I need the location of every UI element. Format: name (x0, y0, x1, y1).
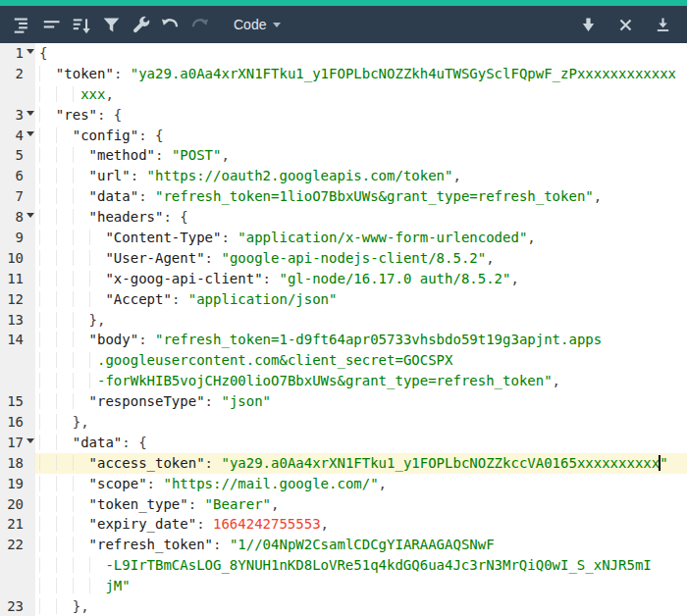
download-icon (655, 17, 671, 33)
code-line[interactable]: 20 "token_type": "Bearer", (0, 494, 687, 515)
token-punct: , (527, 230, 535, 245)
code-line[interactable]: 6 "url": "https://oauth2.googleapis.com/… (0, 166, 687, 186)
arrow-down-icon (580, 17, 597, 33)
code-line[interactable]: 23 }, (0, 596, 687, 616)
line-number: 16 (0, 412, 24, 433)
line-number-gutter: 11 (0, 269, 35, 289)
token-punct: }, (89, 312, 106, 328)
token-key: "data" (89, 188, 139, 204)
scroll-down-button[interactable] (573, 10, 603, 39)
token-punct: , (271, 496, 279, 512)
code-line[interactable]: 1{ (0, 43, 687, 64)
line-number: 13 (0, 310, 24, 331)
line-number: 7 (0, 186, 24, 207)
code-text: "expiry_date": 1664242755553, (35, 514, 687, 535)
sort-button[interactable] (67, 10, 96, 39)
code-line[interactable]: 10 "User-Agent": "google-api-nodejs-clie… (0, 248, 687, 269)
token-punct: : (205, 393, 222, 409)
line-number-gutter: 14 (0, 330, 35, 350)
token-key: "Content-Type" (105, 230, 221, 245)
token-punct: , (379, 476, 387, 491)
token-key: "x-goog-api-client" (105, 271, 262, 286)
code-line[interactable]: 18 "access_token": "ya29.a0Aa4xrXN1FTku1… (0, 453, 687, 474)
line-number-gutter: 2 (0, 64, 35, 84)
code-line[interactable]: 13 }, (0, 310, 687, 331)
code-line[interactable]: 15 "responseType": "json" (0, 391, 687, 412)
code-line[interactable]: .googleusercontent.com&client_secret=GOC… (0, 350, 687, 371)
token-key: "scope" (89, 476, 147, 491)
line-number-gutter: 20 (0, 494, 35, 515)
wrench-icon (131, 15, 151, 35)
code-line[interactable]: 11 "x-goog-api-client": "gl-node/16.17.0… (0, 269, 687, 289)
token-sp (39, 230, 105, 245)
code-line[interactable]: 8 "headers": { (0, 207, 687, 228)
token-punct: : (188, 496, 205, 512)
code-line[interactable]: -forWkHIB5vojCHz00lioO7BbxUWs&grant_type… (0, 371, 687, 391)
token-punct: , (321, 516, 329, 532)
code-line[interactable]: 19 "scope": "https://mail.google.com/", (0, 474, 687, 494)
token-sp (39, 128, 73, 143)
fold-caret-icon[interactable] (26, 438, 34, 443)
token-key: "Accept" (105, 291, 171, 307)
line-number-gutter (0, 84, 35, 105)
line-number: 21 (0, 514, 24, 535)
transform-button[interactable] (96, 10, 126, 39)
token-punct: : (221, 230, 238, 245)
close-button[interactable] (610, 10, 640, 39)
code-line[interactable]: 22 "refresh_token": "1//04NpW2CsamlCDCgY… (0, 535, 687, 555)
token-punct: : (205, 250, 222, 266)
undo-icon (160, 15, 181, 35)
undo-button[interactable] (155, 10, 185, 39)
token-punct: : (147, 476, 164, 491)
token-punct: : (196, 516, 213, 532)
code-line[interactable]: 3 "res": { (0, 105, 687, 126)
fold-caret-icon[interactable] (26, 49, 34, 54)
token-punct: : (138, 332, 155, 347)
code-line[interactable]: 14 "body": "refresh_token=1-d9ft64apr057… (0, 330, 687, 350)
token-punct: }, (73, 598, 89, 614)
code-line[interactable]: xxx, (0, 84, 687, 105)
token-sp (39, 107, 56, 123)
line-number-gutter: 3 (0, 105, 35, 126)
repair-button[interactable] (126, 10, 155, 39)
json-code-editor[interactable]: 1{2 "token": "ya29.a0Aa4xrXN1FTku1_y1FOP… (0, 43, 687, 616)
token-punct: : { (138, 128, 163, 143)
fold-caret-icon[interactable] (26, 213, 34, 218)
code-line[interactable]: 7 "data": "refresh_token=1lioO7BbxUWs&gr… (0, 186, 687, 207)
token-sp (39, 598, 73, 614)
mode-select-dropdown[interactable]: Code (228, 16, 287, 33)
token-punct: , (510, 271, 518, 286)
line-number-gutter: 10 (0, 248, 35, 269)
line-number: 11 (0, 269, 24, 289)
save-button[interactable] (648, 10, 677, 39)
fold-caret-icon[interactable] (26, 131, 34, 136)
code-line[interactable]: 4 "config": { (0, 126, 687, 146)
line-number-gutter: 5 (0, 145, 35, 166)
code-line[interactable]: 21 "expiry_date": 1664242755553, (0, 514, 687, 535)
token-sp (39, 188, 89, 204)
code-line[interactable]: 17 "data": { (0, 433, 687, 453)
format-button[interactable] (8, 10, 37, 39)
line-number-gutter: 17 (0, 433, 35, 453)
code-text: "responseType": "json" (35, 391, 687, 412)
line-number: 9 (0, 228, 24, 248)
line-number-gutter: 7 (0, 186, 35, 207)
code-line[interactable]: 2 "token": "ya29.a0Aa4xrXN1FTku1_y1FOPLb… (0, 64, 687, 84)
token-str: -L9IrTBmCAsLOG_8YNUH1nKD8LoVRe51q4kdGQ6u… (105, 557, 651, 573)
code-line[interactable]: jM" (0, 576, 687, 596)
code-line[interactable]: 5 "method": "POST", (0, 145, 687, 166)
fold-caret-icon[interactable] (26, 111, 34, 116)
code-line[interactable]: -L9IrTBmCAsLOG_8YNUH1nKD8LoVRe51q4kdGQ6u… (0, 555, 687, 576)
line-number-gutter: 23 (0, 596, 35, 616)
compact-button[interactable] (37, 10, 67, 39)
token-key: "expiry_date" (89, 516, 197, 532)
line-number: 23 (0, 596, 24, 616)
sort-icon (72, 15, 92, 35)
code-line[interactable]: 12 "Accept": "application/json" (0, 289, 687, 310)
code-text: "scope": "https://mail.google.com/", (35, 474, 687, 494)
token-str: "https://mail.google.com/" (163, 476, 378, 491)
code-line[interactable]: 16 }, (0, 412, 687, 433)
code-line[interactable]: 9 "Content-Type": "application/x-www-for… (0, 228, 687, 248)
code-text: "x-goog-api-client": "gl-node/16.17.0 au… (35, 269, 687, 289)
token-punct: : { (97, 107, 122, 123)
